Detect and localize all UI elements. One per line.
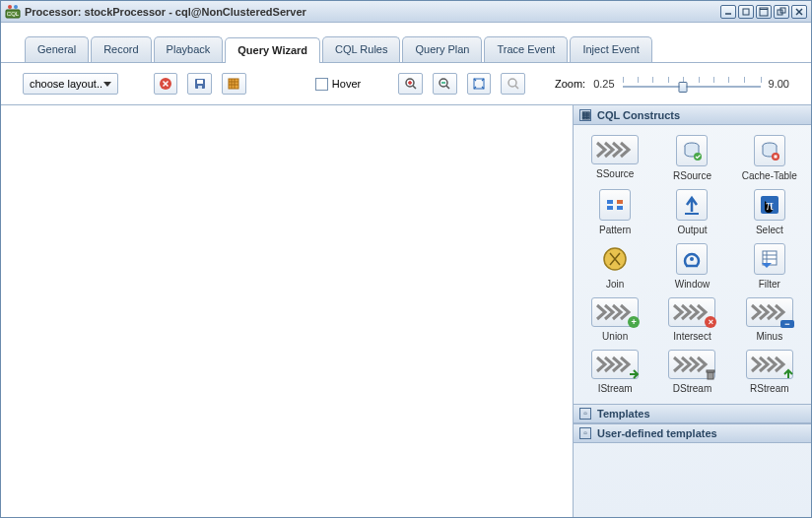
delete-button[interactable] xyxy=(154,73,178,95)
intersect-label: Intersect xyxy=(673,331,710,342)
grid-button[interactable] xyxy=(222,73,246,95)
cache-table-icon xyxy=(754,135,785,166)
svg-point-34 xyxy=(694,153,702,161)
construct-istream[interactable]: IStream xyxy=(577,350,652,394)
construct-output[interactable]: Output xyxy=(654,189,729,235)
join-icon xyxy=(599,243,631,275)
construct-rstream[interactable]: RStream xyxy=(732,350,807,394)
svg-rect-40 xyxy=(617,200,623,204)
svg-rect-41 xyxy=(617,206,623,210)
construct-cache-table[interactable]: Cache-Table xyxy=(732,135,807,181)
hover-toggle: Hover xyxy=(315,78,361,91)
svg-text:CQL: CQL xyxy=(7,11,20,17)
istream-icon xyxy=(591,350,639,379)
svg-rect-37 xyxy=(774,156,777,159)
svg-rect-18 xyxy=(229,79,238,89)
select-icon: π xyxy=(754,189,785,221)
maximize-button[interactable] xyxy=(756,5,772,19)
dstream-label: DStream xyxy=(673,383,711,394)
construct-select[interactable]: πSelect xyxy=(732,189,807,235)
tab-query-wizard[interactable]: Query Wizard xyxy=(225,37,320,63)
close-button[interactable] xyxy=(791,5,807,19)
section-header-constructs[interactable]: ▦ CQL Constructs xyxy=(574,105,811,125)
construct-join[interactable]: Join xyxy=(577,243,652,290)
intersect-icon: × xyxy=(668,297,715,327)
app-icon: CQL xyxy=(5,4,21,20)
svg-point-3 xyxy=(14,5,18,9)
titlebar: CQL Processor: stockProcessor - cql@NonC… xyxy=(1,1,811,23)
tab-cql-rules[interactable]: CQL Rules xyxy=(322,36,400,62)
section-header-templates[interactable]: ▫ Templates xyxy=(574,404,811,423)
grid-icon: ▦ xyxy=(579,109,591,121)
zoom-slider[interactable] xyxy=(623,73,761,95)
rstream-label: RStream xyxy=(750,383,788,394)
select-label: Select xyxy=(756,225,783,235)
filter-icon xyxy=(754,243,785,275)
section-header-user-templates[interactable]: ▫ User-defined templates xyxy=(574,423,811,443)
constructs-grid: SSourceRSourceCache-TablePatternOutputπS… xyxy=(574,125,811,404)
pattern-icon xyxy=(599,189,631,221)
construct-dstream[interactable]: DStream xyxy=(654,350,729,394)
minimize-button[interactable] xyxy=(720,5,736,19)
tab-general[interactable]: General xyxy=(25,36,89,62)
join-label: Join xyxy=(606,279,624,290)
construct-pattern[interactable]: Pattern xyxy=(577,189,652,235)
istream-label: IStream xyxy=(598,383,633,394)
minus-label: Minus xyxy=(756,331,782,342)
construct-ssource[interactable]: SSource xyxy=(577,135,652,181)
collapse-icon: ▫ xyxy=(579,427,591,439)
pattern-label: Pattern xyxy=(599,225,631,235)
cache-table-label: Cache-Table xyxy=(742,170,797,181)
canvas[interactable] xyxy=(1,105,573,517)
window: CQL Processor: stockProcessor - cql@NonC… xyxy=(0,0,812,518)
window-buttons xyxy=(720,5,807,19)
svg-rect-17 xyxy=(198,86,202,89)
svg-point-2 xyxy=(8,5,12,9)
section-title-templates: Templates xyxy=(597,408,650,420)
svg-rect-38 xyxy=(607,200,613,204)
tab-bar: GeneralRecordPlaybackQuery WizardCQL Rul… xyxy=(1,23,811,63)
toolbar: choose layout.. Hover Zoo xyxy=(1,63,811,104)
construct-filter[interactable]: Filter xyxy=(732,243,807,290)
zoom-control: Zoom: 0.25 9.00 xyxy=(555,73,789,95)
rstream-icon xyxy=(746,350,793,379)
dstream-icon xyxy=(668,350,715,379)
section-title-constructs: CQL Constructs xyxy=(597,109,680,121)
tab-query-plan[interactable]: Query Plan xyxy=(402,36,482,62)
output-label: Output xyxy=(677,225,707,235)
hover-checkbox[interactable] xyxy=(315,78,328,91)
svg-rect-5 xyxy=(743,9,749,15)
layout-select[interactable]: choose layout.. xyxy=(23,73,118,95)
svg-line-24 xyxy=(413,86,416,89)
detach-button[interactable] xyxy=(774,5,789,19)
tab-inject-event[interactable]: Inject Event xyxy=(570,36,651,62)
filter-label: Filter xyxy=(759,279,780,290)
rsource-icon xyxy=(676,135,708,166)
side-panel: ▦ CQL Constructs SSourceRSourceCache-Tab… xyxy=(573,105,811,517)
zoom-out-button[interactable] xyxy=(433,73,457,95)
tab-record[interactable]: Record xyxy=(91,36,151,62)
zoom-fit-button[interactable] xyxy=(467,73,492,95)
svg-rect-48 xyxy=(763,251,777,265)
tab-playback[interactable]: Playback xyxy=(154,36,224,62)
content: ▦ CQL Constructs SSourceRSourceCache-Tab… xyxy=(1,104,811,517)
tab-trace-event[interactable]: Trace Event xyxy=(484,36,568,62)
hover-label: Hover xyxy=(332,78,361,90)
construct-window[interactable]: Window xyxy=(654,243,729,290)
ssource-label: SSource xyxy=(596,168,634,179)
construct-rsource[interactable]: RSource xyxy=(654,135,729,181)
construct-intersect[interactable]: ×Intersect xyxy=(654,297,729,342)
zoom-in-button[interactable] xyxy=(398,73,423,95)
svg-rect-39 xyxy=(607,206,613,210)
save-button[interactable] xyxy=(187,73,212,95)
restore-button[interactable] xyxy=(738,5,754,19)
zoom-reset-button[interactable] xyxy=(501,73,525,95)
svg-text:π: π xyxy=(766,197,774,213)
output-icon xyxy=(676,189,708,221)
slider-handle[interactable] xyxy=(679,82,688,93)
svg-rect-53 xyxy=(707,370,714,372)
window-title: Processor: stockProcessor - cql@NonClust… xyxy=(25,6,720,18)
construct-union[interactable]: +Union xyxy=(577,297,652,342)
construct-minus[interactable]: −Minus xyxy=(732,297,807,342)
zoom-label: Zoom: xyxy=(555,78,585,90)
